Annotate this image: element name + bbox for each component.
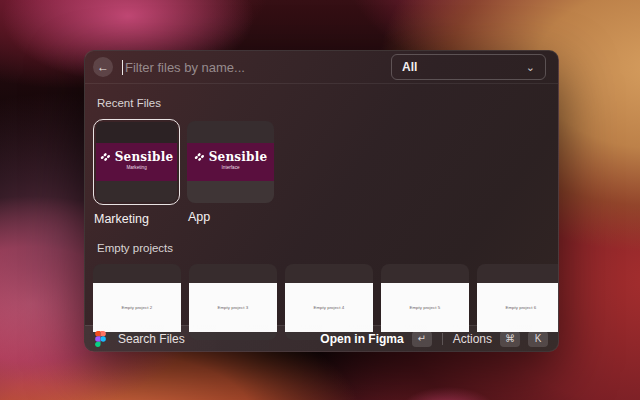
enter-key-badge: ↵ [412,331,432,347]
back-arrow-icon: ← [97,61,109,73]
search-input[interactable] [123,60,381,75]
filter-dropdown[interactable]: All ⌄ [391,54,546,80]
brand-name: Sensible [115,150,174,164]
file-name-label: Marketing [94,212,180,226]
open-in-figma-button[interactable]: Open in Figma [320,332,403,346]
quick-open-dialog: ← All ⌄ Recent Files [84,50,559,352]
brand-banner: Sensible Interface [187,143,274,181]
search-bar: ← All ⌄ [85,51,558,84]
card-header [285,264,373,283]
empty-project-label: Empty project 4 [314,305,345,310]
banner-subtitle: Interface [221,166,239,171]
actions-button[interactable]: Actions [453,332,492,346]
recent-files-row: Sensible Marketing Marketing [93,119,550,226]
card-header [477,264,558,283]
recent-files-heading: Recent Files [97,97,550,109]
file-card-app[interactable]: Sensible Interface App [187,119,274,226]
file-card-marketing[interactable]: Sensible Marketing Marketing [93,119,180,226]
empty-project-label: Empty project 5 [410,305,441,310]
filter-dropdown-value: All [402,60,417,74]
card-header [381,264,469,283]
k-key-badge: K [528,331,548,347]
empty-project-label: Empty project 2 [122,305,153,310]
thumb-top [96,122,177,143]
card-header [93,264,181,283]
brand-banner: Sensible Marketing [96,143,177,181]
selection-ring: Sensible Marketing [93,119,180,205]
empty-project-label: Empty project 3 [218,305,249,310]
chevron-down-icon: ⌄ [526,61,535,74]
dialog-content: Recent Files [85,84,558,351]
sensible-logo-icon [100,152,111,163]
dialog-footer: Search Files Open in Figma ↵ Actions ⌘ K [85,325,558,351]
brand-name: Sensible [209,150,268,164]
empty-projects-heading: Empty projects [97,242,550,254]
command-icon: ⌘ [505,334,515,344]
thumb-top [187,121,274,143]
figma-logo-icon [95,331,106,347]
empty-project-label: Empty project 6 [506,305,537,310]
sensible-logo-icon [194,152,205,163]
banner-subtitle: Marketing [126,166,146,171]
search-files-label: Search Files [118,332,185,346]
file-thumbnail: Sensible Marketing [96,122,177,202]
thumb-bottom [187,181,274,203]
back-button[interactable]: ← [93,57,113,77]
card-header [189,264,277,283]
k-key-label: K [535,334,542,344]
footer-divider [442,333,443,345]
file-thumbnail: Sensible Interface [187,121,274,203]
file-name-label: App [188,210,274,224]
return-icon: ↵ [417,334,425,344]
thumb-bottom [96,181,177,202]
command-key-badge: ⌘ [500,331,520,347]
